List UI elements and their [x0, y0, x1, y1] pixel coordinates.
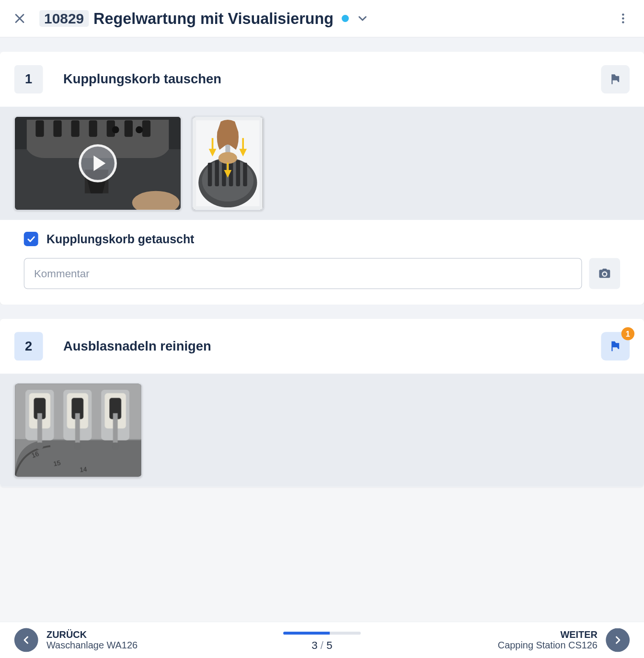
step-number-badge: 1: [14, 65, 43, 94]
svg-point-51: [36, 442, 43, 450]
page-total: 5: [326, 639, 332, 651]
flag-count-badge: 1: [621, 327, 634, 340]
nav-back[interactable]: ZURÜCK Waschanlage WA126: [14, 628, 277, 652]
chevron-right-icon: [606, 628, 630, 652]
step-title: Kupplungskorb tauschen: [63, 71, 601, 87]
chevron-left-icon: [14, 628, 38, 652]
image-thumbnail[interactable]: 16 15 14: [14, 383, 142, 477]
svg-point-61: [112, 442, 119, 450]
checkbox-label: Kupplungskorb getauscht: [46, 232, 194, 246]
expand-header-button[interactable]: [356, 12, 369, 25]
image-thumbnail[interactable]: [192, 116, 264, 211]
footer-nav: ZURÜCK Waschanlage WA126 3 / 5 WEITER Ca…: [0, 622, 644, 658]
step-number-badge: 2: [14, 332, 43, 361]
page-indicator: 3 / 5: [283, 632, 361, 652]
step-card: 2 Ausblasnadeln reinigen 1 16 15 14: [0, 319, 644, 487]
step-header: 2 Ausblasnadeln reinigen 1: [0, 319, 644, 374]
page-separator: /: [318, 639, 327, 651]
nav-back-label: ZURÜCK: [46, 629, 138, 640]
step-body: Kupplungskorb getauscht: [0, 220, 644, 305]
svg-point-35: [218, 152, 237, 164]
page-title: Regelwartung mit Visualisierung: [93, 9, 334, 28]
record-id-chip: 10829: [39, 10, 89, 27]
step-card: 1 Kupplungskorb tauschen: [0, 52, 644, 305]
svg-point-3: [622, 17, 624, 20]
flag-button[interactable]: 1: [601, 332, 630, 361]
camera-button[interactable]: [589, 258, 620, 289]
header: 10829 Regelwartung mit Visualisierung: [0, 0, 644, 37]
media-strip: 16 15 14: [0, 374, 644, 487]
page-current: 3: [311, 639, 317, 651]
step-title: Ausblasnadeln reinigen: [63, 339, 601, 354]
step-header: 1 Kupplungskorb tauschen: [0, 52, 644, 106]
nav-next-sub: Capping Station CS126: [498, 640, 598, 650]
comment-input[interactable]: [24, 258, 582, 289]
media-strip: [0, 107, 644, 220]
svg-rect-50: [37, 413, 42, 442]
nav-next[interactable]: WEITER Capping Station CS126: [367, 628, 630, 652]
svg-rect-27: [236, 160, 240, 186]
status-dot-icon: [342, 15, 349, 22]
svg-rect-28: [243, 163, 247, 186]
nav-next-label: WEITER: [498, 629, 598, 640]
svg-text:14: 14: [79, 465, 87, 474]
svg-point-56: [74, 442, 81, 450]
checkbox-done[interactable]: [24, 232, 38, 246]
svg-rect-60: [113, 413, 118, 442]
progress-bar: [283, 632, 361, 635]
nav-back-sub: Waschanlage WA126: [46, 640, 138, 650]
svg-text:15: 15: [53, 459, 61, 468]
close-button[interactable]: [11, 10, 28, 27]
flag-button[interactable]: [601, 65, 630, 94]
svg-rect-24: [215, 160, 219, 186]
svg-point-2: [622, 13, 624, 16]
svg-rect-23: [208, 163, 212, 186]
video-thumbnail[interactable]: [14, 116, 181, 211]
play-icon: [15, 117, 181, 210]
svg-rect-55: [75, 413, 80, 442]
more-menu-button[interactable]: [613, 8, 633, 28]
svg-point-4: [622, 21, 624, 23]
